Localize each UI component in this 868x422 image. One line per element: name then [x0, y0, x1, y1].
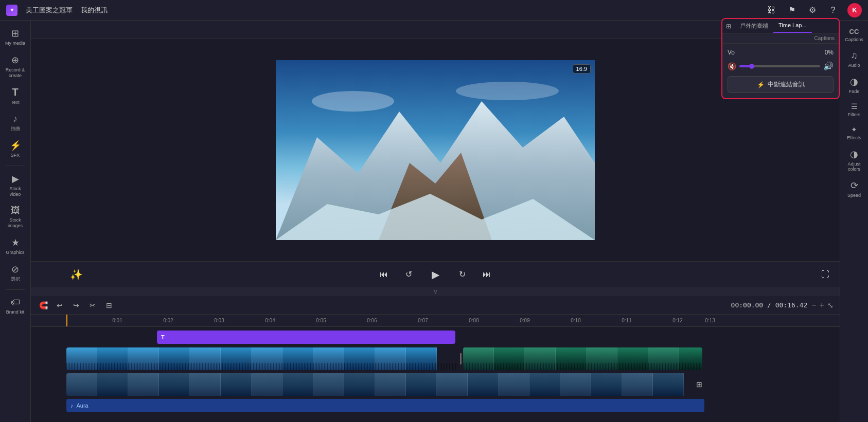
sidebar-item-record-create[interactable]: ⊕ Record &create [2, 51, 29, 82]
split-button[interactable]: ⊟ [103, 299, 115, 311]
current-time: 00:00.00 [731, 301, 764, 309]
playback-controls: ✨ ⏮ ↺ ▶ ↻ ⏭ ⛶ [31, 261, 840, 287]
settings-icon[interactable]: ⚙ [806, 4, 819, 16]
volume-slider[interactable] [739, 65, 820, 67]
sidebar-item-stock-images[interactable]: 🖼 Stockimages [2, 202, 29, 232]
timeline-toggle[interactable]: ∨ [31, 287, 840, 296]
lower-thumb-8 [282, 373, 313, 396]
sidebar-item-my-media[interactable]: ⊞ My media [2, 25, 29, 49]
video-clip-2[interactable] [463, 347, 702, 370]
right-panel-fade[interactable]: ◑ Fade [841, 73, 867, 97]
prop-tab-icon[interactable]: ⊞ [722, 21, 735, 33]
sidebar-divider-2 [6, 289, 25, 290]
sidebar-label-select: 選択 [11, 277, 20, 282]
title-track: T [31, 329, 840, 345]
help-icon[interactable]: ? [827, 4, 839, 16]
right-panel-speed[interactable]: ⟳ Speed [841, 177, 867, 201]
speed-label: Speed [847, 193, 861, 198]
flag-icon[interactable]: ⚑ [786, 4, 798, 16]
clip-separator [458, 346, 463, 371]
magnet-tool[interactable]: 🧲 [37, 299, 49, 311]
video-clip-1[interactable] [66, 347, 460, 370]
total-time: 00:16.42 [775, 301, 808, 309]
main-area: ⊞ My media ⊕ Record &create T Text ♪ 拍曲 … [0, 21, 868, 422]
svg-point-2 [456, 82, 559, 100]
sidebar-label-sfx: SFX [11, 153, 20, 158]
sidebar-item-stock-video[interactable]: ▶ Stock video [2, 170, 29, 200]
app-logo: ✦ [6, 5, 17, 16]
sidebar-item-audio[interactable]: ♪ 拍曲 [2, 111, 29, 135]
sidebar-item-graphics[interactable]: ★ Graphics [2, 234, 29, 259]
stock-images-icon: 🖼 [11, 205, 20, 216]
skip-forward-button[interactable]: ⏭ [480, 267, 494, 282]
sidebar-item-select[interactable]: ⊘ 選択 [2, 261, 29, 285]
sidebar-label-audio: 拍曲 [11, 126, 20, 132]
lower-thumb-11 [375, 373, 406, 396]
video-track-main [31, 346, 840, 371]
fit-button[interactable]: ⤡ [827, 301, 834, 309]
prop-tab-timelapse[interactable]: Time Lap... [773, 21, 812, 33]
lower-video-clip[interactable]: ⊞ [66, 373, 704, 396]
zoom-out-button[interactable]: − [811, 301, 816, 310]
right-panel: CC Captions ♫ Audio ◑ Fade ☰ Filters ✦ E… [840, 21, 868, 422]
audio-btn-icon: ⚡ [757, 81, 765, 88]
aspect-ratio-badge[interactable]: 16:9 [573, 64, 591, 74]
top-bar: ✦ 美工圖案之冠軍 我的視訊 ⛓ ⚑ ⚙ ? K [0, 0, 868, 21]
right-panel-adjust-colors[interactable]: ◑ Adjustcolors [841, 145, 867, 175]
forward-button[interactable]: ↻ [455, 267, 469, 282]
volume-thumb[interactable] [749, 64, 754, 69]
avatar[interactable]: K [847, 3, 862, 17]
lower-thumb-3 [128, 373, 159, 396]
captions-label-row: Captions [722, 33, 839, 44]
sidebar-label-brand-kit: Brand kit [6, 309, 25, 315]
sidebar-item-text[interactable]: T Text [2, 83, 29, 108]
right-panel-captions[interactable]: CC Captions [841, 25, 867, 45]
ruler-mark-10: 0:11 [622, 318, 631, 323]
audio-panel-label: Audio [848, 63, 860, 68]
filters-icon: ☰ [851, 102, 858, 111]
sidebar-item-brand-kit[interactable]: 🏷 Brand kit [2, 294, 29, 318]
right-panel-audio[interactable]: ♫ Audio [841, 47, 867, 71]
lower-thumb-18 [591, 373, 622, 396]
fade-icon: ◑ [850, 76, 858, 87]
lower-thumb-1 [66, 373, 97, 396]
skip-back-button[interactable]: ⏮ [377, 267, 391, 282]
fullscreen-button[interactable]: ⛶ [821, 270, 829, 279]
sidebar-item-sfx[interactable]: ⚡ SFX [2, 137, 29, 161]
lower-thumb-20 [653, 373, 684, 396]
connections-icon[interactable]: ⛓ [765, 4, 777, 16]
play-button[interactable]: ▶ [426, 265, 445, 284]
lower-clip-expand-icon: ⊞ [696, 380, 702, 389]
lower-thumbnails [66, 373, 704, 396]
magic-edit-icon[interactable]: ✨ [70, 268, 83, 281]
lower-thumb-12 [406, 373, 437, 396]
center-area: 共用 ↑ 匯出 [31, 21, 840, 422]
music-clip[interactable]: ♪ Aura [66, 399, 704, 412]
music-icon: ♪ [70, 402, 74, 409]
right-panel-filters[interactable]: ☰ Filters [841, 99, 867, 120]
sidebar-divider-1 [6, 166, 25, 166]
prop-tab-outdoor[interactable]: 戶外的臺端 [735, 21, 773, 33]
rewind-button[interactable]: ↺ [401, 267, 416, 282]
title-clip[interactable]: T [157, 331, 455, 344]
top-bar-right: ⛓ ⚑ ⚙ ? K [765, 3, 862, 17]
volume-max-icon: 🔊 [823, 61, 834, 71]
ruler-mark-7: 0:08 [469, 318, 479, 323]
volume-mute-icon[interactable]: 🔇 [728, 62, 736, 70]
undo-button[interactable]: ↩ [54, 299, 66, 311]
project-name: 我的視訊 [81, 6, 108, 15]
preview-top-bar: 共用 ↑ 匯出 [31, 21, 840, 39]
properties-panel: ⊞ 戶外的臺端 Time Lap... Captions Vo 0% 🔇 🔊 ⚡ [721, 21, 840, 99]
zoom-in-button[interactable]: + [820, 301, 824, 310]
captions-panel-label: Captions [845, 37, 863, 42]
right-panel-effects[interactable]: ✦ Effects [841, 122, 867, 143]
ruler-mark-3: 0:04 [265, 318, 275, 323]
volume-label-row: Vo 0% [728, 49, 834, 56]
unlink-audio-button[interactable]: ⚡ 中斷連結音訊 [728, 76, 834, 93]
waveform-overlay-1 [66, 363, 460, 370]
video-canvas [276, 60, 595, 240]
redo-button[interactable]: ↪ [70, 299, 82, 311]
music-clip-label: Aura [77, 402, 88, 409]
cut-button[interactable]: ✂ [86, 299, 99, 311]
record-create-icon: ⊕ [11, 54, 19, 66]
